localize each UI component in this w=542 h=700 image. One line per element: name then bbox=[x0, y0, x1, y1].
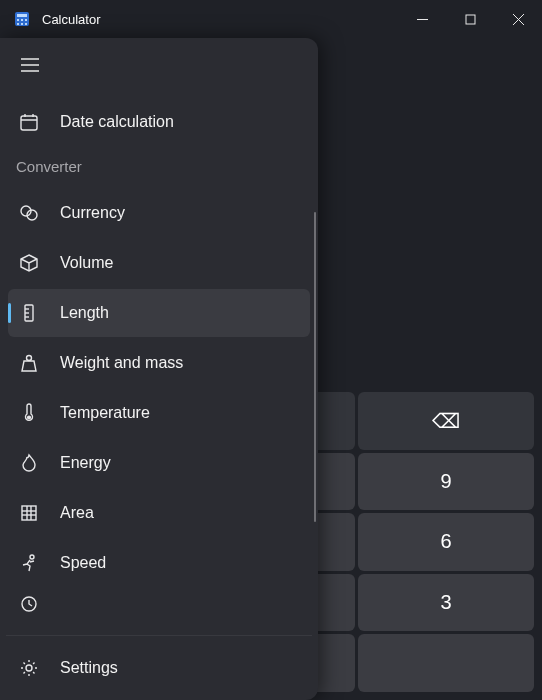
key-decimal[interactable] bbox=[358, 634, 534, 692]
svg-point-32 bbox=[30, 555, 34, 559]
svg-rect-2 bbox=[17, 19, 19, 21]
titlebar: Calculator bbox=[0, 0, 542, 38]
key-6[interactable]: 6 bbox=[358, 513, 534, 571]
nav-item-label: Date calculation bbox=[60, 113, 174, 131]
nav-item-length[interactable]: Length bbox=[8, 289, 310, 337]
nav-section-converter: Converter bbox=[0, 148, 318, 187]
svg-point-26 bbox=[28, 416, 31, 419]
calendar-icon bbox=[18, 111, 40, 133]
svg-rect-4 bbox=[25, 19, 27, 21]
hamburger-button[interactable] bbox=[8, 43, 52, 87]
nav-item-area[interactable]: Area bbox=[8, 489, 310, 537]
svg-rect-3 bbox=[21, 19, 23, 21]
nav-item-energy[interactable]: Energy bbox=[8, 439, 310, 487]
gear-icon bbox=[18, 657, 40, 679]
ruler-icon bbox=[18, 302, 40, 324]
nav-scroll: Date calculation Converter Currency bbox=[0, 92, 318, 635]
key-9[interactable]: 9 bbox=[358, 453, 534, 511]
nav-item-label: Weight and mass bbox=[60, 354, 183, 372]
close-button[interactable] bbox=[494, 0, 542, 38]
nav-header bbox=[0, 38, 318, 92]
app-icon bbox=[14, 11, 30, 27]
grid-icon bbox=[18, 502, 40, 524]
svg-rect-5 bbox=[17, 23, 19, 25]
nav-item-label: Currency bbox=[60, 204, 125, 222]
nav-item-currency[interactable]: Currency bbox=[8, 189, 310, 237]
weight-icon bbox=[18, 352, 40, 374]
clock-icon bbox=[18, 593, 40, 615]
nav-item-label: Volume bbox=[60, 254, 113, 272]
key-3[interactable]: 3 bbox=[358, 574, 534, 632]
nav-item-volume[interactable]: Volume bbox=[8, 239, 310, 287]
svg-rect-27 bbox=[22, 506, 36, 520]
maximize-button[interactable] bbox=[446, 0, 494, 38]
flame-icon bbox=[18, 452, 40, 474]
nav-item-partial[interactable] bbox=[8, 589, 310, 619]
navigation-pane: Date calculation Converter Currency bbox=[0, 38, 318, 700]
cube-icon bbox=[18, 252, 40, 274]
minimize-button[interactable] bbox=[398, 0, 446, 38]
nav-item-label: Settings bbox=[60, 659, 118, 677]
svg-point-25 bbox=[27, 356, 32, 361]
thermometer-icon bbox=[18, 402, 40, 424]
nav-item-label: Length bbox=[60, 304, 109, 322]
svg-rect-9 bbox=[466, 15, 475, 24]
svg-rect-6 bbox=[21, 23, 23, 25]
window-title: Calculator bbox=[42, 12, 101, 27]
nav-item-label: Temperature bbox=[60, 404, 150, 422]
backspace-icon: ⌫ bbox=[432, 409, 460, 433]
nav-item-weight[interactable]: Weight and mass bbox=[8, 339, 310, 387]
nav-item-temperature[interactable]: Temperature bbox=[8, 389, 310, 437]
nav-footer: Settings bbox=[6, 635, 312, 700]
nav-item-settings[interactable]: Settings bbox=[8, 644, 310, 692]
svg-rect-7 bbox=[25, 23, 27, 25]
nav-item-label: Speed bbox=[60, 554, 106, 572]
nav-item-date-calculation[interactable]: Date calculation bbox=[8, 98, 310, 146]
scrollbar[interactable] bbox=[314, 212, 316, 522]
nav-item-speed[interactable]: Speed bbox=[8, 539, 310, 587]
svg-point-34 bbox=[26, 665, 32, 671]
svg-rect-1 bbox=[17, 14, 27, 17]
running-icon bbox=[18, 552, 40, 574]
nav-item-label: Energy bbox=[60, 454, 111, 472]
hamburger-icon bbox=[21, 58, 39, 72]
currency-icon bbox=[18, 202, 40, 224]
nav-item-label: Area bbox=[60, 504, 94, 522]
key-backspace[interactable]: ⌫ bbox=[358, 392, 534, 450]
svg-rect-15 bbox=[21, 116, 37, 130]
